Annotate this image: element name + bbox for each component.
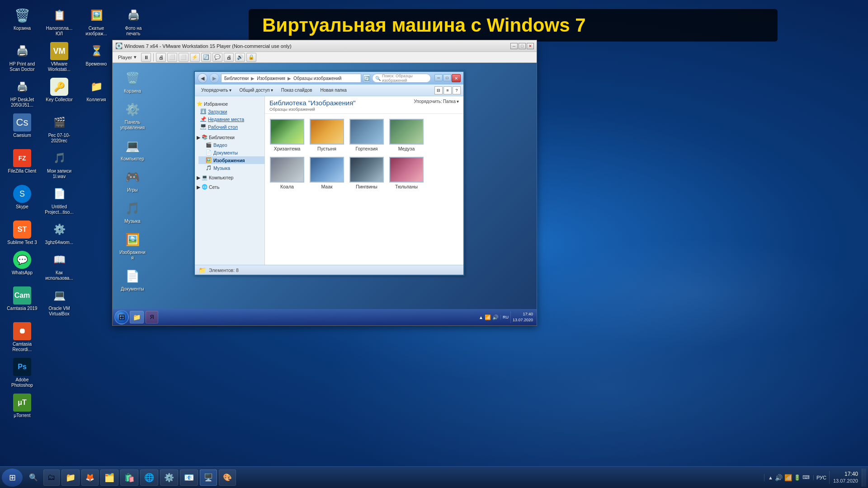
vm-tool-4[interactable]: 🖨: [224, 53, 234, 62]
sort-control[interactable]: Упорядочить: Папка ▾: [414, 99, 459, 104]
view-detail-btn[interactable]: ≡: [443, 86, 452, 94]
win7-restore-btn[interactable]: □: [443, 74, 451, 81]
desktop-icon-photoshop[interactable]: Ps Adobe Photoshop: [5, 356, 40, 390]
taskbar-settings-btn[interactable]: ⚙️: [160, 469, 178, 486]
thumb-tulips[interactable]: Тюльпаны: [388, 155, 425, 191]
sidebar-item-desktop[interactable]: 🖥️ Рабочий стол: [195, 123, 264, 131]
taskbar-ps-btn[interactable]: 🎨: [219, 469, 236, 486]
desktop-icon-vremenno[interactable]: ⏳ Временно: [79, 40, 114, 74]
sidebar-item-video[interactable]: 🎬 Видео: [198, 141, 264, 149]
win7-start-button[interactable]: ⊞: [114, 310, 129, 324]
vm-tool-5[interactable]: 🔊: [235, 53, 245, 62]
explorer-search-bar[interactable]: 🔍 Поиск: Образцы изображений: [372, 74, 431, 83]
desktop-icon-oracle[interactable]: 💻 Oracle VM VirtualBox: [42, 285, 77, 319]
vm-unity-btn[interactable]: ⬜: [179, 53, 189, 62]
win7-clock[interactable]: 17:40 13.07.2020: [510, 311, 535, 323]
win7-images-icon[interactable]: 🖼️ Изображения: [117, 229, 148, 263]
explorer-back-btn[interactable]: ◀: [198, 73, 208, 83]
systray-battery[interactable]: 🔋: [794, 474, 801, 481]
taskbar-vmware-btn[interactable]: 🖥️: [200, 469, 217, 486]
sidebar-item-music[interactable]: 🎵 Музыка: [198, 164, 264, 172]
win7-comp-icon[interactable]: 💻 Компьютер: [117, 135, 148, 164]
taskbar-task-view[interactable]: 🗂: [43, 469, 60, 486]
network-item[interactable]: ▶ 🌐 Сеть: [195, 183, 264, 191]
desktop-icon-skachat[interactable]: 🖼️ Скатые изображ...: [79, 5, 114, 38]
computer-item[interactable]: ▶ 💻 Компьютер: [195, 174, 264, 181]
toolbar-newfolder-btn[interactable]: Новая папка: [317, 87, 350, 94]
win7-close-btn[interactable]: ✕: [452, 74, 461, 82]
desktop-icon-caesium[interactable]: Cs Caesium: [5, 112, 40, 145]
toolbar-organize-btn[interactable]: Упорядочить ▾: [198, 87, 235, 94]
explorer-address-bar[interactable]: Библиотеки ▶ Изображения ▶ Образцы изобр…: [221, 74, 361, 83]
desktop-icon-3ghz[interactable]: ⚙️ 3ghz64wom...: [42, 219, 77, 247]
vm-print-btn[interactable]: 🖨: [156, 53, 166, 62]
thumb-penguins[interactable]: Пингвины: [348, 155, 385, 191]
address-refresh-btn[interactable]: 🔄: [363, 74, 370, 82]
desktop-icon-utorrent[interactable]: μT μTorrent: [5, 392, 40, 420]
vmware-player-menu[interactable]: Player ▾: [114, 53, 140, 61]
desktop-icon-rec[interactable]: 🎬 Рес 07-10-2020rec: [42, 112, 77, 145]
favorites-header[interactable]: ⭐ Избранное: [195, 100, 264, 108]
desktop-icon-korzina[interactable]: 🗑️ Корзина: [5, 5, 40, 38]
taskbar-store-btn[interactable]: 🛍️: [120, 469, 138, 486]
host-start-button[interactable]: ⊞: [2, 469, 23, 487]
desktop-icon-kolledgi[interactable]: 📁 Коллегия: [79, 76, 114, 110]
taskbar-chrome-btn[interactable]: 🌐: [140, 469, 158, 486]
desktop-icon-untitled[interactable]: 📄 Untitled Project...tiso...: [42, 183, 77, 217]
desktop-icon-camtasia[interactable]: Cam Camtasia 2019: [5, 285, 40, 319]
taskbar-explorer-btn[interactable]: 📁: [61, 469, 80, 486]
desktop-icon-kak[interactable]: 📖 Как использова...: [42, 249, 77, 283]
win7-minimize-btn[interactable]: ─: [434, 74, 443, 81]
desktop-icon-vmware[interactable]: VM VMware Workstati...: [42, 40, 77, 74]
explorer-forward-btn[interactable]: ▶: [209, 73, 219, 83]
systray-keyboard[interactable]: ⌨: [802, 474, 810, 480]
thumb-medusa[interactable]: Медуза: [388, 117, 425, 153]
win7-games-icon[interactable]: 🎮 Игры: [117, 166, 148, 195]
desktop-icon-hpdeskjet[interactable]: 🖨️ HP DeskJet 2050/J51...: [5, 76, 40, 110]
vmware-maximize-btn[interactable]: □: [519, 43, 526, 49]
toolbar-share-btn[interactable]: Общий доступ ▾: [236, 87, 277, 94]
win7-music-icon[interactable]: 🎵 Музыка: [117, 197, 148, 226]
view-help-btn[interactable]: ?: [453, 86, 461, 94]
win7-tb-language[interactable]: RU: [500, 315, 510, 319]
show-desktop-btn[interactable]: [862, 469, 866, 487]
thumb-desert[interactable]: Пустыня: [308, 117, 345, 153]
win7-systray-up[interactable]: ▲: [479, 315, 483, 320]
desktop-icon-filezilla[interactable]: FZ FileZilla Client: [5, 147, 40, 181]
desktop-icon-whatsapp[interactable]: 💬 WhatsApp: [5, 249, 40, 283]
desktop-icon-camtasia-rec[interactable]: ⏺ Camtasia Recordi...: [5, 320, 40, 354]
taskbar-files-btn[interactable]: 🗂️: [100, 469, 118, 486]
thumb-hortensia[interactable]: Гортензия: [348, 117, 385, 153]
view-size-btn[interactable]: ⊟: [434, 86, 443, 94]
host-search-btn[interactable]: 🔍: [25, 471, 42, 484]
taskbar-browser-btn[interactable]: 🦊: [81, 469, 99, 486]
sidebar-item-documents[interactable]: 📄 Документы: [198, 149, 264, 156]
systray-up-arrow[interactable]: ▲: [768, 475, 773, 480]
taskbar-language[interactable]: РУС: [813, 475, 829, 480]
sidebar-item-images[interactable]: 🖼️ Изображения: [198, 156, 264, 164]
libraries-header[interactable]: ▶ 📚 Библиотеки: [195, 133, 264, 141]
win7-korzina-icon[interactable]: 🗑️ Корзина: [117, 67, 148, 96]
win7-docs-icon[interactable]: 📄 Документы: [117, 265, 148, 294]
sidebar-item-recent[interactable]: 📌 Недавние места: [195, 115, 264, 123]
toolbar-slideshow-btn[interactable]: Показ слайдов: [278, 87, 316, 94]
win7-panel-icon[interactable]: ⚙️ Панель управления: [117, 99, 148, 132]
sidebar-item-downloads[interactable]: ⬇️ Загрузки: [195, 108, 264, 115]
desktop-icon-skype[interactable]: S Skype: [5, 183, 40, 217]
win7-taskbar-explorer[interactable]: 📁: [130, 311, 144, 324]
vm-tool-3[interactable]: 💬: [212, 53, 222, 62]
desktop-icon-sublime[interactable]: ST Sublime Text 3: [5, 219, 40, 247]
vm-fullscreen-btn[interactable]: ⬜: [167, 53, 177, 62]
desktop-icon-keycollector[interactable]: 🔑 Key Collector: [42, 76, 77, 110]
vmware-minimize-btn[interactable]: ─: [510, 43, 518, 49]
thumb-lighthouse[interactable]: Маак: [308, 155, 345, 191]
vmware-close-btn[interactable]: ✕: [527, 43, 534, 49]
thumb-chrysanthemum[interactable]: Хризантема: [269, 117, 306, 153]
desktop-icon-hp[interactable]: 🖨️ HP Print and Scan Doctor: [5, 40, 40, 74]
desktop-icon-zapisi[interactable]: 🎵 Мои записи 1l.wav: [42, 147, 77, 181]
taskbar-mail-btn[interactable]: 📧: [180, 469, 198, 486]
vm-tool-2[interactable]: 🔄: [201, 53, 211, 62]
vm-tool-1[interactable]: ⚡: [190, 53, 200, 62]
vm-tool-6[interactable]: 🔒: [246, 53, 256, 62]
systray-network[interactable]: 📶: [784, 474, 792, 481]
